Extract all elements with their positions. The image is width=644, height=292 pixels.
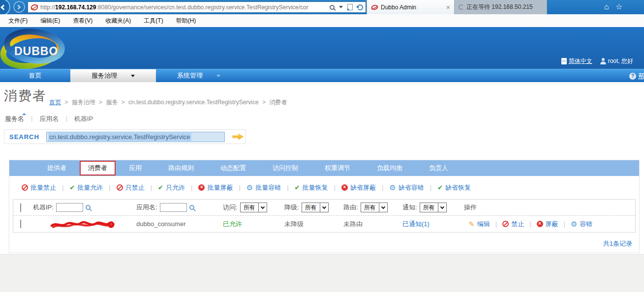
back-arrow-icon [0,4,6,10]
tab-weight-adjust[interactable]: 权重调节 [311,160,364,176]
action-only-allow[interactable]: 只允许 [158,183,185,192]
breadcrumb-separator: > [99,99,102,106]
tab-providers[interactable]: 提供者 [34,160,80,176]
chevron-down-icon [381,204,385,208]
gear-icon [571,220,577,228]
tab-routing-rules[interactable]: 路由规则 [155,160,207,176]
row-action-forbid[interactable]: 禁止 [502,220,524,229]
check-icon [437,184,443,191]
forbid-icon [502,221,509,227]
select-value: 所有 [420,204,438,212]
action-label: 只允许 [166,183,185,192]
machine-ip-input[interactable] [56,203,83,212]
action-batch-allow[interactable]: 批量允许 [69,183,103,192]
row-checkbox[interactable] [20,220,21,228]
search-input[interactable]: cn.test.dubbo.registry.service.TestRegis… [46,132,225,142]
menu-help[interactable]: 帮助(H) [170,17,203,25]
action-default-recover[interactable]: 缺省恢复 [437,183,471,192]
tab-applications[interactable]: 应用 [116,160,155,176]
language-link[interactable]: 简体中文 [561,57,592,65]
select-dropdown-button[interactable] [258,203,267,212]
nav-service-governance[interactable]: 服务治理 [70,69,156,82]
action-default-tolerant[interactable]: 缺省容错 [389,183,424,192]
dubbo-logo: DUBBO [0,28,70,69]
home-icon[interactable] [604,2,609,12]
address-bar[interactable]: http://192.168.74.129:8080/governance/se… [28,1,366,13]
action-batch-tolerant[interactable]: 批量容错 [246,183,281,192]
search-tab-machine-ip[interactable]: 机器IP [73,115,94,123]
back-button[interactable] [0,0,10,16]
action-batch-recover[interactable]: 批量恢复 [295,183,328,192]
menu-file[interactable]: 文件(F) [2,17,34,25]
select-all-checkbox[interactable] [20,204,21,212]
action-label: 批量屏蔽 [207,183,233,192]
forward-button[interactable] [13,1,25,13]
nav-help-link[interactable]: 帮 [629,69,644,83]
favorites-icon[interactable] [615,2,622,12]
menu-edit[interactable]: 编辑(E) [34,17,66,25]
main-nav: 首页 服务治理 系统管理 帮 [0,69,644,82]
row-action-edit[interactable]: 编辑 [469,220,490,229]
separator: | [62,184,63,191]
nav-home[interactable]: 首页 [0,69,70,82]
forbid-icon [117,184,123,191]
action-batch-mask[interactable]: 批量屏蔽 [198,183,233,192]
menu-view[interactable]: 查看(V) [66,17,99,25]
tab-consumers[interactable]: 消费者 [80,161,116,175]
select-dropdown-button[interactable] [438,203,446,212]
tab-dynamic-config[interactable]: 动态配置 [207,160,259,176]
forward-arrow-icon [16,4,21,9]
action-label: 批量恢复 [303,183,328,192]
tab-load-balance[interactable]: 负载均衡 [364,160,416,176]
chevron-down-icon[interactable] [339,6,343,8]
tab-access-control[interactable]: 访问控制 [259,160,311,176]
select-dropdown-button[interactable] [379,203,387,212]
action-default-mask[interactable]: 缺省屏蔽 [341,183,376,192]
menu-favorites[interactable]: 收藏夹(A) [99,17,137,25]
search-go-button[interactable] [231,132,245,142]
row-action-mask[interactable]: 屏蔽 [537,220,558,229]
menu-tools[interactable]: 工具(T) [137,17,169,25]
app-name-input[interactable] [160,203,187,212]
nav-system-management[interactable]: 系统管理 [156,69,242,82]
action-batch-forbid[interactable]: 批量禁止 [22,183,56,192]
block-icon [198,184,205,191]
compatibility-view-icon[interactable] [347,4,353,10]
block-icon [537,221,543,227]
tab-title: 正在等待 192.168.50.215 [466,3,540,11]
action-only-forbid[interactable]: 只禁止 [117,183,145,192]
access-filter-select[interactable]: 所有 [240,203,267,212]
breadcrumb-home[interactable]: 首页 [49,99,61,106]
search-icon[interactable] [86,205,91,210]
action-label: 编辑 [477,220,490,229]
search-tab-service-name[interactable]: 服务名 [4,115,25,123]
row-action-tolerant[interactable]: 容错 [571,220,592,229]
select-dropdown-button[interactable] [320,203,328,212]
search-icon[interactable] [189,205,194,210]
action-label: 缺省恢复 [445,183,471,192]
degrade-filter-select[interactable]: 所有 [302,203,329,212]
refresh-icon[interactable] [357,4,363,10]
search-tab-app-name[interactable]: 应用名 [38,115,60,123]
close-icon[interactable] [446,3,450,11]
panel-tab-bar: 提供者 消费者 应用 路由规则 动态配置 访问控制 权重调节 负载均衡 负责人 [9,160,639,176]
browser-tab-loading[interactable]: 正在等待 192.168.50.215 [455,0,547,14]
url-text[interactable]: http://192.168.74.129:8080/governance/se… [40,4,327,11]
route-filter-select[interactable]: 所有 [361,203,388,212]
go-arrow-icon [231,132,245,142]
redaction-scribble [50,220,119,229]
search-icon[interactable] [330,5,335,10]
browser-tab-dubbo-admin[interactable]: Dubbo Admin [367,0,455,14]
select-value: 所有 [302,204,320,212]
action-label: 批量允许 [77,183,103,192]
block-icon [341,184,348,191]
tab-title: Dubbo Admin [381,4,444,11]
separator: | [334,184,336,191]
notify-filter-select[interactable]: 所有 [420,203,447,212]
tab-owner[interactable]: 负责人 [416,160,461,176]
row-notify-link[interactable]: 已通知(1) [402,220,429,229]
separator: | [109,184,110,191]
separator: | [239,184,240,191]
notify-filter-label: 通知: [402,203,417,212]
separator: | [495,220,497,228]
